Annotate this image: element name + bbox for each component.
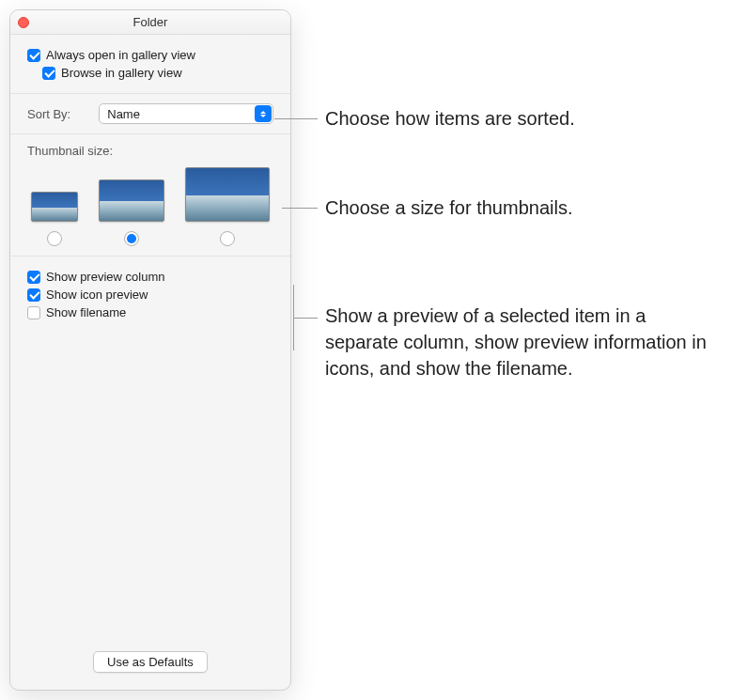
- close-icon[interactable]: [18, 17, 29, 28]
- annotation-bracket: [293, 285, 294, 350]
- sort-by-label: Sort By:: [27, 107, 70, 121]
- sort-by-popup[interactable]: Name: [99, 103, 273, 124]
- thumbnail-medium-radio[interactable]: [124, 231, 139, 246]
- annotation-sort: Choose how items are sorted.: [325, 105, 720, 132]
- sort-section: Sort By: Name: [10, 94, 290, 134]
- show-icon-preview-checkbox[interactable]: [27, 288, 40, 302]
- browse-checkbox[interactable]: [42, 67, 55, 80]
- sort-by-value: Name: [107, 107, 140, 121]
- show-icon-preview-label: Show icon preview: [46, 288, 148, 302]
- view-options-window: Folder Always open in gallery view Brows…: [9, 9, 291, 691]
- use-as-defaults-button[interactable]: Use as Defaults: [93, 651, 208, 673]
- popup-arrows-icon: [255, 105, 272, 122]
- titlebar: Folder: [10, 10, 290, 35]
- show-preview-column-label: Show preview column: [46, 270, 164, 284]
- show-filename-label: Show filename: [46, 305, 126, 319]
- view-mode-section: Always open in gallery view Browse in ga…: [10, 35, 290, 94]
- thumbnail-medium-preview[interactable]: [99, 179, 164, 222]
- thumbnail-large-radio[interactable]: [220, 231, 235, 246]
- thumbnail-small-radio[interactable]: [47, 231, 62, 246]
- browse-label: Browse in gallery view: [61, 66, 182, 80]
- annotation-preview: Show a preview of a selected item in a s…: [325, 303, 720, 381]
- thumbnail-small-preview[interactable]: [31, 192, 78, 222]
- annotation-thumbnail: Choose a size for thumbnails.: [325, 194, 720, 221]
- thumbnail-section: Thumbnail size:: [10, 134, 290, 257]
- show-preview-column-checkbox[interactable]: [27, 271, 40, 284]
- annotation-leader: [274, 118, 318, 119]
- annotation-leader: [282, 208, 318, 209]
- window-title: Folder: [133, 15, 168, 29]
- always-open-label: Always open in gallery view: [46, 48, 195, 62]
- thumbnail-large-preview[interactable]: [185, 167, 270, 222]
- preview-section: Show preview column Show icon preview Sh…: [10, 257, 290, 642]
- footer: Use as Defaults: [10, 642, 290, 690]
- annotation-leader: [293, 318, 318, 319]
- show-filename-checkbox[interactable]: [27, 306, 40, 319]
- thumbnail-size-label: Thumbnail size:: [27, 144, 273, 158]
- always-open-checkbox[interactable]: [27, 49, 40, 62]
